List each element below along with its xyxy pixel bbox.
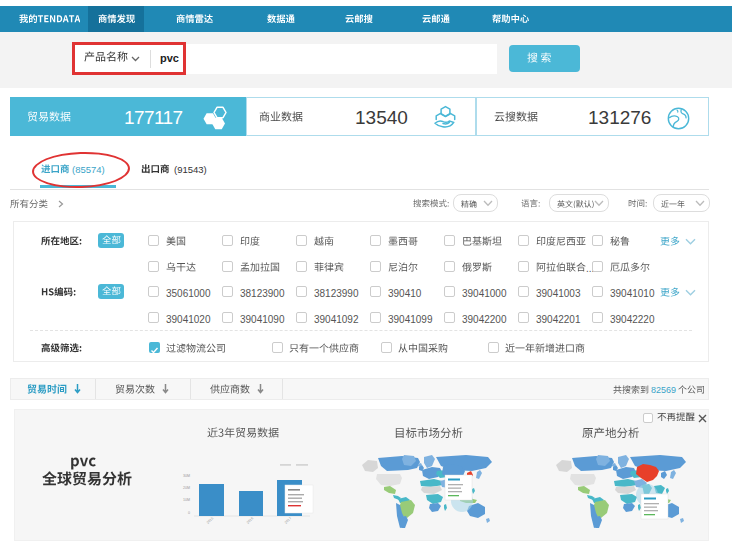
svg-text:10M: 10M — [183, 498, 190, 502]
svg-text:0: 0 — [188, 511, 190, 515]
svg-text:30M: 30M — [183, 474, 190, 478]
svg-text:2016: 2016 — [246, 516, 254, 524]
svg-text:2015: 2015 — [206, 516, 214, 524]
svg-text:20M: 20M — [183, 486, 190, 490]
svg-text:2017: 2017 — [284, 516, 292, 524]
